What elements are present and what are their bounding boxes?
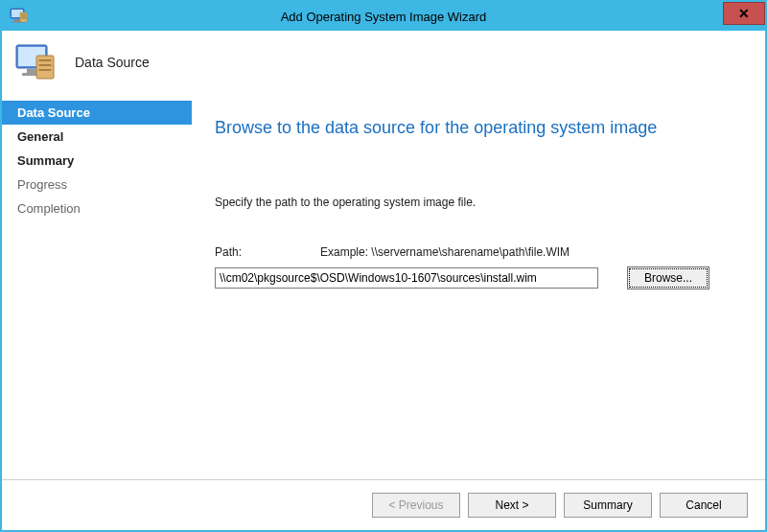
previous-button: < Previous (372, 493, 460, 518)
path-example-text: Example: \\servername\sharename\path\fil… (320, 245, 569, 259)
monitor-icon (13, 40, 58, 84)
close-button[interactable]: ✕ (723, 2, 765, 25)
wizard-body: Data Source General Summary Progress Com… (2, 95, 765, 479)
step-completion[interactable]: Completion (2, 197, 192, 220)
svg-rect-6 (21, 16, 26, 17)
svg-rect-15 (39, 69, 52, 71)
wizard-header: Data Source (2, 31, 765, 95)
titlebar: Add Operating System Image Wizard ✕ (2, 2, 765, 31)
wizard-window: Add Operating System Image Wizard ✕ Data… (0, 0, 767, 532)
step-progress[interactable]: Progress (2, 173, 192, 197)
path-input-row: Browse... (215, 266, 738, 289)
svg-rect-10 (27, 69, 36, 73)
svg-rect-14 (39, 64, 52, 66)
step-summary[interactable]: Summary (2, 149, 192, 173)
step-data-source[interactable]: Data Source (2, 101, 192, 125)
instruction-text: Specify the path to the operating system… (215, 196, 738, 209)
svg-rect-5 (21, 14, 26, 15)
browse-button[interactable]: Browse... (627, 266, 709, 289)
wizard-steps-sidebar: Data Source General Summary Progress Com… (2, 95, 192, 479)
path-label-row: Path: Example: \\servername\sharename\pa… (215, 245, 738, 259)
window-title: Add Operating System Image Wizard (2, 10, 765, 24)
wizard-footer: < Previous Next > Summary Cancel (2, 479, 765, 530)
path-input[interactable] (215, 267, 598, 289)
svg-rect-2 (14, 19, 20, 21)
next-button[interactable]: Next > (468, 493, 556, 518)
svg-rect-13 (39, 59, 52, 61)
path-label: Path: (215, 245, 320, 259)
wizard-main-panel: Browse to the data source for the operat… (192, 95, 765, 479)
page-heading: Browse to the data source for the operat… (215, 118, 738, 138)
cancel-button[interactable]: Cancel (660, 493, 748, 518)
svg-rect-12 (36, 56, 54, 79)
svg-rect-7 (21, 18, 26, 19)
summary-button[interactable]: Summary (564, 493, 652, 518)
stage-title: Data Source (75, 55, 150, 70)
app-icon (10, 7, 29, 26)
step-general[interactable]: General (2, 125, 192, 149)
